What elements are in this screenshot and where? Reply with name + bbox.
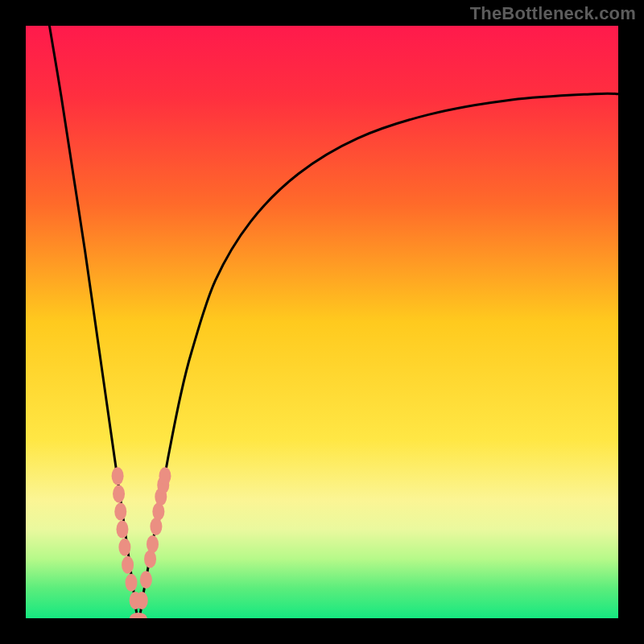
chart-frame: TheBottleneck.com [0,0,644,644]
marker-point [159,467,171,485]
marker-point [126,574,138,592]
marker-point [118,539,130,556]
marker-point [140,571,152,588]
marker-point [150,518,162,535]
bottleneck-chart [0,0,644,644]
marker-point [147,535,159,553]
marker-point [144,550,156,568]
marker-point [112,467,124,485]
marker-point [113,485,125,502]
marker-point [116,521,128,539]
marker-point [152,503,164,521]
marker-point [136,592,148,609]
gradient-plot-area [26,26,618,618]
marker-point [114,503,126,521]
marker-point [122,556,134,574]
watermark-text: TheBottleneck.com [470,3,636,24]
